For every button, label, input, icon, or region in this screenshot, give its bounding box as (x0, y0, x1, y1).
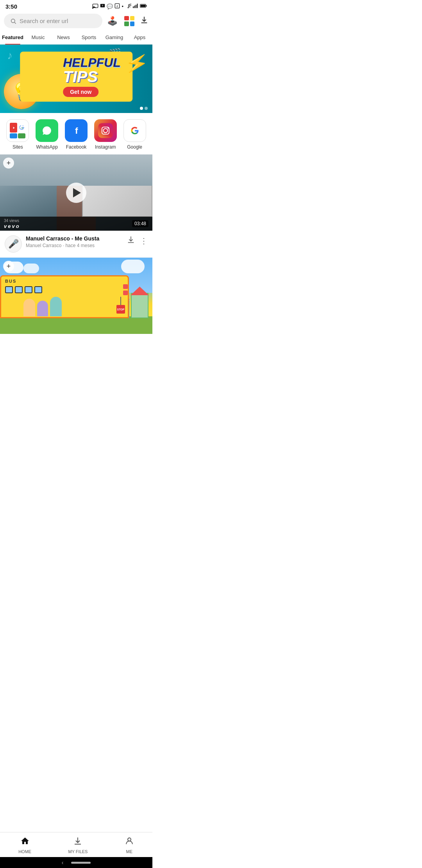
video-title-1: Manuel Carrasco - Me Gusta (26, 235, 123, 242)
sites-icon (6, 119, 29, 142)
download-toolbar-icon[interactable] (140, 16, 148, 27)
wifi-icon (125, 4, 131, 9)
svg-rect-7 (133, 6, 134, 8)
search-icon (10, 18, 16, 24)
video-actions-1: ⋮ (127, 235, 148, 246)
video-thumbnail-1[interactable]: 34 views vevo 03:48 (0, 154, 152, 231)
quick-link-whatsapp[interactable]: ✆ WhatsApp (36, 119, 58, 150)
svg-text:f: f (75, 126, 78, 136)
cast-icon (92, 3, 98, 10)
tab-gaming[interactable]: Gaming (102, 30, 127, 44)
status-bar: 3:50 V 💬 Z • (0, 0, 152, 11)
stop-sign: STOP (116, 297, 125, 318)
toolbar-icons: 🕹️ (106, 14, 148, 28)
banner-tips-text: TIPS (63, 69, 121, 84)
svg-point-14 (11, 19, 15, 22)
video-sky-bg (0, 154, 152, 186)
site-blue-icon (10, 133, 17, 138)
notification-icon: V (100, 3, 105, 10)
channel-avatar-1: 🎤 (5, 235, 22, 253)
bottom-spacer (0, 334, 152, 365)
video-card-1: + 34 views vevo 03:48 (0, 154, 152, 231)
banner-cta-button[interactable]: Get now (63, 87, 98, 97)
video-info-1: 🎤 Manuel Carrasco - Me Gusta Manuel Carr… (0, 231, 152, 258)
school-bus: BUS (0, 275, 129, 318)
tab-music[interactable]: Music (25, 30, 51, 44)
instagram-label: Instagram (95, 144, 116, 150)
tab-news[interactable]: News (51, 30, 76, 44)
quick-link-facebook[interactable]: f Facebook (65, 119, 88, 150)
status-icons: V 💬 Z • (92, 3, 147, 10)
svg-rect-12 (146, 5, 147, 7)
video-add-button-2[interactable]: + (3, 261, 14, 272)
bus-text: BUS (5, 279, 16, 283)
joystick-icon[interactable]: 🕹️ (106, 14, 119, 28)
channel-name-1: Manuel Carrasco (26, 243, 61, 248)
video-views-label: 34 views (4, 219, 20, 223)
sites-label: Sites (13, 144, 23, 150)
signal-icon (133, 4, 138, 9)
search-placeholder: Search or enter url (20, 18, 68, 24)
svg-rect-13 (141, 5, 145, 7)
tab-featured[interactable]: Featured (0, 30, 25, 44)
svg-text:✆: ✆ (45, 127, 50, 134)
banner-lightning-icon: ⚡ (123, 50, 150, 76)
status-time: 3:50 (5, 3, 17, 10)
nav-tabs: Featured Music News Sports Gaming Apps (0, 30, 152, 45)
msg-icon: 💬 (107, 4, 113, 9)
svg-rect-8 (134, 5, 135, 8)
video-add-button-1[interactable]: + (3, 158, 14, 169)
svg-rect-10 (137, 4, 138, 8)
svg-rect-22 (98, 123, 113, 138)
download-video-icon-1[interactable] (127, 235, 135, 246)
vevo-label: vevo (4, 223, 20, 229)
quick-link-instagram[interactable]: Instagram (94, 119, 117, 150)
video-sub-1: Manuel Carrasco · hace 4 meses (26, 243, 123, 248)
tab-sports[interactable]: Sports (76, 30, 102, 44)
youtube-mini-icon (10, 123, 17, 133)
quick-links: Sites ✆ WhatsApp f Facebook (0, 113, 152, 154)
facebook-icon: f (65, 119, 88, 142)
tab-apps[interactable]: Apps (127, 30, 152, 44)
apps-grid-icon[interactable] (123, 14, 136, 28)
whatsapp-icon: ✆ (36, 119, 58, 142)
banner-music-note-icon: ♪ (7, 49, 13, 62)
box-icon: Z (114, 3, 120, 10)
battery-icon (140, 4, 147, 9)
svg-line-15 (14, 22, 16, 24)
video-duration-label: 03:48 (132, 220, 148, 227)
cartoon-characters (23, 297, 62, 316)
facebook-label: Facebook (66, 144, 87, 150)
dot-icon: • (122, 4, 123, 9)
video-card-2: + BUS (0, 258, 152, 334)
video-thumbnail-2[interactable]: BUS STOP (0, 258, 152, 334)
time-ago-1: hace 4 meses (65, 243, 95, 248)
search-bar-row: Search or enter url 🕹️ (0, 11, 152, 30)
search-input-container[interactable]: Search or enter url (4, 14, 102, 28)
cloud-right (121, 260, 145, 273)
instagram-icon (94, 119, 117, 142)
banner-text-box: HELPFUL TIPS Get now (20, 52, 132, 102)
svg-text:Z: Z (117, 5, 118, 7)
video-meta-1: Manuel Carrasco - Me Gusta Manuel Carras… (26, 235, 123, 248)
banner-dot-1 (140, 107, 143, 110)
video-bottom-bar-1: 34 views vevo 03:48 (0, 217, 152, 231)
play-triangle-icon (73, 188, 81, 197)
google-label: Google (127, 144, 142, 150)
more-options-icon-1[interactable]: ⋮ (140, 236, 148, 246)
site-green-icon (18, 133, 25, 138)
quick-link-sites[interactable]: Sites (6, 119, 29, 150)
google-icon (123, 119, 146, 142)
whatsapp-label: WhatsApp (36, 144, 58, 150)
google-mini-icon (18, 123, 25, 133)
svg-point-1 (93, 8, 93, 9)
ground-bg (0, 316, 152, 334)
banner-dot-2 (145, 107, 148, 110)
banner-helpful-text: HELPFUL (63, 56, 121, 69)
svg-point-25 (107, 127, 109, 129)
banner[interactable]: ♪ ♫ 🎬 💡 HELPFUL TIPS Get now ⚡ (0, 45, 152, 113)
play-button-1[interactable] (66, 183, 86, 203)
quick-link-google[interactable]: Google (123, 119, 146, 150)
svg-rect-9 (136, 5, 136, 8)
banner-dots (140, 107, 148, 110)
